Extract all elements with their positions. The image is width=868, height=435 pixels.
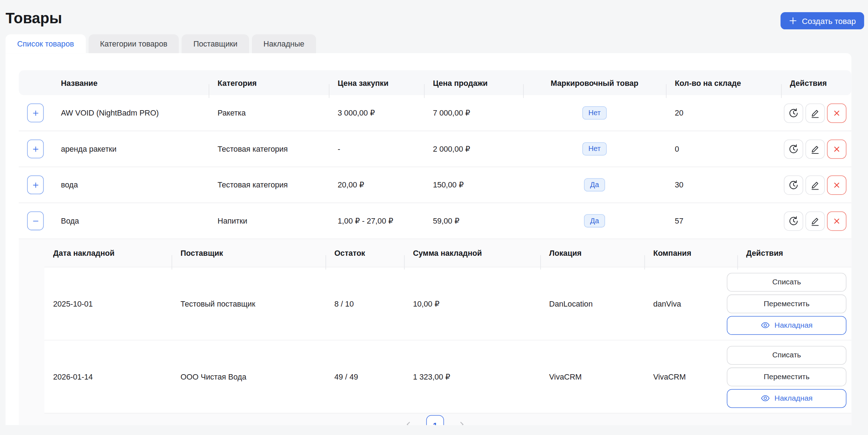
expand-row-button[interactable] xyxy=(27,175,44,194)
plus-icon xyxy=(32,145,39,152)
invoice-total: 1 323,00 ₽ xyxy=(404,372,540,381)
history-button[interactable] xyxy=(784,211,803,230)
clock-history-icon xyxy=(788,143,799,154)
products-table-header: Название Категория Цена закупки Цена про… xyxy=(19,70,852,95)
marked-badge: Нет xyxy=(582,106,607,120)
edit-button[interactable] xyxy=(805,139,825,158)
table-row: вода Тестовая категория 20,00 ₽ 150,00 ₽… xyxy=(19,167,852,203)
content-card: Название Категория Цена закупки Цена про… xyxy=(5,53,851,425)
delete-button[interactable] xyxy=(827,211,847,230)
col-header-name: Название xyxy=(52,78,209,87)
invoice-button-label: Накладная xyxy=(775,321,813,329)
sale-price: 150,00 ₽ xyxy=(424,180,523,189)
pencil-icon xyxy=(810,180,820,190)
edit-button[interactable] xyxy=(805,175,825,195)
invoice-company: danViva xyxy=(644,299,737,308)
page-1-button[interactable]: 1 xyxy=(426,415,444,425)
collapse-row-button[interactable] xyxy=(27,211,44,230)
move-button[interactable]: Переместить xyxy=(727,367,846,386)
product-category: Тестовая категория xyxy=(209,145,329,153)
x-icon xyxy=(832,180,842,190)
pencil-icon xyxy=(810,143,820,154)
col-header-purchase-price: Цена закупки xyxy=(329,78,424,87)
col-header-invoice-date: Дата накладной xyxy=(44,249,172,258)
marked-badge: Нет xyxy=(582,142,607,156)
topbar: Товары Создать товар xyxy=(0,0,868,34)
col-header-category: Категория xyxy=(209,78,329,87)
delete-button[interactable] xyxy=(827,175,847,195)
marked-badge: Да xyxy=(584,214,605,228)
expand-row-button[interactable] xyxy=(27,103,44,122)
product-category: Напитки xyxy=(209,216,329,225)
table-row: аренда ракетки Тестовая категория - 2 00… xyxy=(19,131,852,167)
stock-quantity: 0 xyxy=(666,145,781,153)
write-off-button[interactable]: Списать xyxy=(727,346,846,365)
edit-button[interactable] xyxy=(805,103,825,123)
x-icon xyxy=(832,108,842,118)
invoice-company: VivaCRM xyxy=(644,372,737,381)
product-category: Тестовая категория xyxy=(209,180,329,189)
purchase-price: 3 000,00 ₽ xyxy=(329,108,424,117)
tab-products-list[interactable]: Список товаров xyxy=(5,34,86,53)
product-name: аренда ракетки xyxy=(52,145,209,153)
tab-invoices[interactable]: Накладные xyxy=(252,34,316,53)
stock-quantity: 30 xyxy=(666,180,781,189)
minus-icon xyxy=(32,217,39,224)
stock-quantity: 20 xyxy=(666,108,781,117)
col-header-invoice-total: Сумма накладной xyxy=(404,249,540,258)
expand-row-button[interactable] xyxy=(27,140,44,158)
eye-icon xyxy=(761,321,770,330)
product-name: AW VOID (NightBadm PRO) xyxy=(52,108,209,117)
tab-product-categories[interactable]: Категории товаров xyxy=(88,34,179,53)
tab-suppliers[interactable]: Поставщики xyxy=(182,34,249,53)
table-row: Вода Напитки 1,00 ₽ - 27,00 ₽ 59,00 ₽ Да… xyxy=(19,203,852,239)
invoices-table-header: Дата накладной Поставщик Остаток Сумма н… xyxy=(44,239,852,267)
col-header-remainder: Остаток xyxy=(326,249,404,258)
invoice-date: 2026-01-14 xyxy=(44,372,172,381)
edit-button[interactable] xyxy=(805,211,825,230)
delete-button[interactable] xyxy=(827,103,847,123)
invoice-remainder: 49 / 49 xyxy=(326,372,404,381)
create-product-label: Создать товар xyxy=(802,16,856,25)
invoices-table-body: 2025-10-01 Тестовый поставщик 8 / 10 10,… xyxy=(44,267,852,414)
invoice-button[interactable]: Накладная xyxy=(727,389,846,408)
product-category: Ракетка xyxy=(209,108,329,117)
products-table: Название Категория Цена закупки Цена про… xyxy=(19,70,852,425)
history-button[interactable] xyxy=(784,139,803,158)
pencil-icon xyxy=(810,108,820,118)
col-header-location: Локация xyxy=(540,249,644,258)
invoice-location: VivaCRM xyxy=(540,372,644,381)
invoice-row: 2025-10-01 Тестовый поставщик 8 / 10 10,… xyxy=(44,267,852,340)
history-button[interactable] xyxy=(784,103,803,123)
sale-price: 59,00 ₽ xyxy=(424,216,523,225)
write-off-button[interactable]: Списать xyxy=(727,273,846,292)
chevron-left-icon xyxy=(405,421,413,425)
prev-page-button[interactable] xyxy=(400,415,417,425)
invoice-button[interactable]: Накладная xyxy=(727,316,846,335)
products-page: Товары Создать товар Список товаров Кате… xyxy=(0,0,868,435)
clock-history-icon xyxy=(788,108,799,118)
pagination: 1 xyxy=(19,414,852,425)
purchase-price: - xyxy=(329,145,424,153)
move-button[interactable]: Переместить xyxy=(727,294,846,313)
x-icon xyxy=(832,143,842,154)
invoice-remainder: 8 / 10 xyxy=(326,299,404,308)
col-header-stock: Кол-во на складе xyxy=(666,78,781,87)
col-header-supplier: Поставщик xyxy=(172,249,326,258)
col-header-marked: Маркировочный товар xyxy=(523,78,666,87)
delete-button[interactable] xyxy=(827,139,847,158)
create-product-button[interactable]: Создать товар xyxy=(780,12,864,29)
next-page-button[interactable] xyxy=(453,415,470,425)
purchase-price: 20,00 ₽ xyxy=(329,180,424,189)
col-header-company: Компания xyxy=(644,249,737,258)
sale-price: 2 000,00 ₽ xyxy=(424,145,523,153)
invoice-location: DanLocation xyxy=(540,299,644,308)
plus-icon xyxy=(32,181,39,189)
invoice-row: 2026-01-14 ООО Чистая Вода 49 / 49 1 323… xyxy=(44,340,852,413)
history-button[interactable] xyxy=(784,175,803,195)
plus-icon xyxy=(789,16,797,25)
invoice-date: 2025-10-01 xyxy=(44,299,172,308)
clock-history-icon xyxy=(788,180,799,190)
col-header-sale-price: Цена продажи xyxy=(424,78,523,87)
pencil-icon xyxy=(810,216,820,226)
